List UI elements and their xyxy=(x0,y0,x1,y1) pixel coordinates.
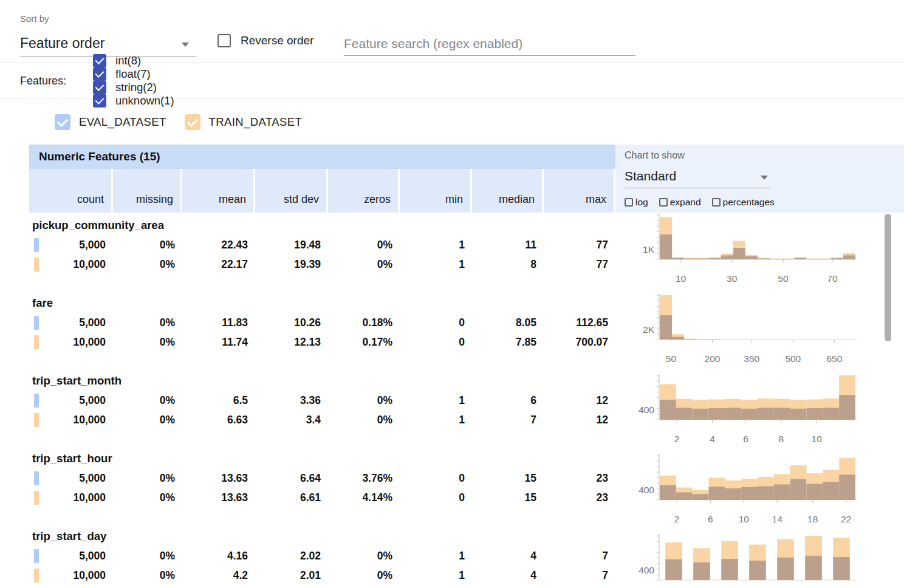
stat-zeros: 0% xyxy=(328,566,400,586)
stat-zeros: 0.17% xyxy=(328,333,400,352)
stat-missing: 0% xyxy=(113,411,182,430)
log-checkbox[interactable]: log xyxy=(625,197,648,208)
stat-missing: 0% xyxy=(113,488,182,508)
stat-zeros: 4.14% xyxy=(328,488,400,508)
reverse-order-checkbox[interactable]: Reverse order xyxy=(217,34,313,47)
dataset-checkbox-train_dataset[interactable]: TRAIN_DATASET xyxy=(185,114,303,130)
stat-median: 8 xyxy=(472,255,544,275)
stat-count: 5,000 xyxy=(29,391,113,411)
stat-std-dev: 2.01 xyxy=(255,566,328,586)
stats-row-eval_dataset: 5,0000%13.636.643.76%01523 xyxy=(29,469,615,488)
svg-text:650: 650 xyxy=(826,354,842,364)
eval-dataset-marker xyxy=(34,394,39,408)
stat-count: 10,000 xyxy=(29,333,113,352)
stat-min: 0 xyxy=(400,488,472,508)
sort-order-select[interactable]: Feature order xyxy=(20,33,196,57)
checkbox-checked-icon xyxy=(93,81,106,94)
percentages-checkbox[interactable]: percentages xyxy=(712,197,775,208)
stats-row-train_dataset: 10,0000%6.633.40%1712 xyxy=(29,411,615,430)
stat-mean: 22.43 xyxy=(182,236,255,255)
checkbox-checked-icon xyxy=(93,54,106,67)
svg-text:6: 6 xyxy=(708,514,713,524)
svg-text:400: 400 xyxy=(639,565,654,575)
checkbox-checked-icon xyxy=(55,114,70,130)
chevron-down-icon xyxy=(182,43,189,47)
vertical-scrollbar[interactable] xyxy=(885,214,891,341)
chart-type-select[interactable]: Standard xyxy=(625,166,770,188)
filter-checkbox-string[interactable]: string(2) xyxy=(93,81,174,94)
stat-missing: 0% xyxy=(113,547,182,566)
stat-std-dev: 6.64 xyxy=(255,469,328,488)
stats-row-eval_dataset: 5,0000%4.162.020%147 xyxy=(29,547,615,566)
filter-checkbox-int[interactable]: int(8) xyxy=(93,54,174,67)
feature-name: trip_start_day xyxy=(29,528,615,547)
stat-zeros: 0% xyxy=(328,391,400,411)
dataset-label: TRAIN_DATASET xyxy=(209,115,303,129)
svg-text:2K: 2K xyxy=(643,324,655,335)
column-header-min: min xyxy=(400,169,472,213)
stat-zeros: 3.76% xyxy=(328,469,400,488)
dataset-checkbox-eval_dataset[interactable]: EVAL_DATASET xyxy=(55,114,166,130)
stat-count: 10,000 xyxy=(29,566,113,586)
column-header-count: count xyxy=(29,169,113,213)
svg-text:2: 2 xyxy=(674,514,680,524)
stat-median: 15 xyxy=(472,488,544,508)
chart-option-checkboxes: logexpandpercentages xyxy=(625,197,786,208)
stat-missing: 0% xyxy=(113,313,182,333)
feature-block-pickup_community_area: pickup_community_area5,0000%22.4319.480%… xyxy=(29,213,615,290)
stats-row-train_dataset: 10,0000%13.636.614.14%01523 xyxy=(29,488,615,508)
histogram-trip_start_day: 400 xyxy=(634,536,865,588)
svg-text:10: 10 xyxy=(739,514,750,524)
svg-text:350: 350 xyxy=(744,354,759,364)
feature-block-trip_start_month: trip_start_month5,0000%6.53.360%161210,0… xyxy=(29,368,615,446)
svg-text:70: 70 xyxy=(827,273,838,284)
stat-min: 1 xyxy=(400,391,472,411)
column-header-mean: mean xyxy=(182,169,255,213)
stat-mean: 22.17 xyxy=(182,255,255,275)
feature-search-input[interactable] xyxy=(344,32,635,56)
numeric-features-title: Numeric Features (15) xyxy=(29,145,615,169)
chart-panel: Chart to show Standard logexpandpercenta… xyxy=(615,145,904,213)
stat-min: 0 xyxy=(400,469,472,488)
stats-row-train_dataset: 10,0000%22.1719.390%1877 xyxy=(29,255,615,275)
svg-text:18: 18 xyxy=(807,514,818,524)
chart-block-trip_start_month: 400246810 xyxy=(615,375,886,453)
stat-min: 1 xyxy=(400,566,472,586)
train-dataset-marker xyxy=(34,335,39,349)
stat-std-dev: 19.48 xyxy=(255,236,328,255)
histogram-pickup_community_area: 1K10305070 xyxy=(634,215,865,287)
column-header-missing: missing xyxy=(113,169,182,213)
stat-count: 5,000 xyxy=(29,547,113,566)
stat-missing: 0% xyxy=(113,255,182,275)
feature-name: trip_start_month xyxy=(29,373,615,391)
svg-text:400: 400 xyxy=(639,485,654,495)
stat-std-dev: 19.39 xyxy=(255,255,328,275)
stat-zeros: 0.18% xyxy=(328,313,400,333)
feature-stats-list: pickup_community_area5,0000%22.4319.480%… xyxy=(29,213,615,588)
stat-mean: 13.63 xyxy=(182,488,255,508)
stat-std-dev: 12.13 xyxy=(255,333,328,352)
feature-block-trip_start_day: trip_start_day5,0000%4.162.020%14710,000… xyxy=(29,524,615,588)
eval-dataset-marker xyxy=(34,238,39,252)
stats-row-train_dataset: 10,0000%4.22.010%147 xyxy=(29,566,615,586)
stat-mean: 4.2 xyxy=(182,566,255,586)
filter-checkbox-float[interactable]: float(7) xyxy=(93,67,174,81)
stat-median: 4 xyxy=(472,547,544,566)
svg-text:14: 14 xyxy=(772,514,783,524)
svg-text:50: 50 xyxy=(778,273,789,284)
stat-std-dev: 6.61 xyxy=(255,488,328,508)
stat-min: 1 xyxy=(400,255,472,275)
sort-by-label: Sort by xyxy=(20,13,49,24)
svg-text:8: 8 xyxy=(779,434,784,444)
stat-max: 7 xyxy=(544,566,615,586)
stat-count: 10,000 xyxy=(29,411,113,430)
expand-checkbox[interactable]: expand xyxy=(659,197,701,208)
stat-median: 4 xyxy=(472,566,544,586)
svg-text:500: 500 xyxy=(785,354,801,364)
chart-option-label: expand xyxy=(670,197,701,208)
train-dataset-marker xyxy=(34,491,39,505)
chart-block-trip_start_hour: 4002610141822 xyxy=(615,456,886,533)
filter-label: float(7) xyxy=(115,67,151,81)
svg-text:2: 2 xyxy=(674,434,680,444)
stat-median: 7 xyxy=(472,411,544,430)
